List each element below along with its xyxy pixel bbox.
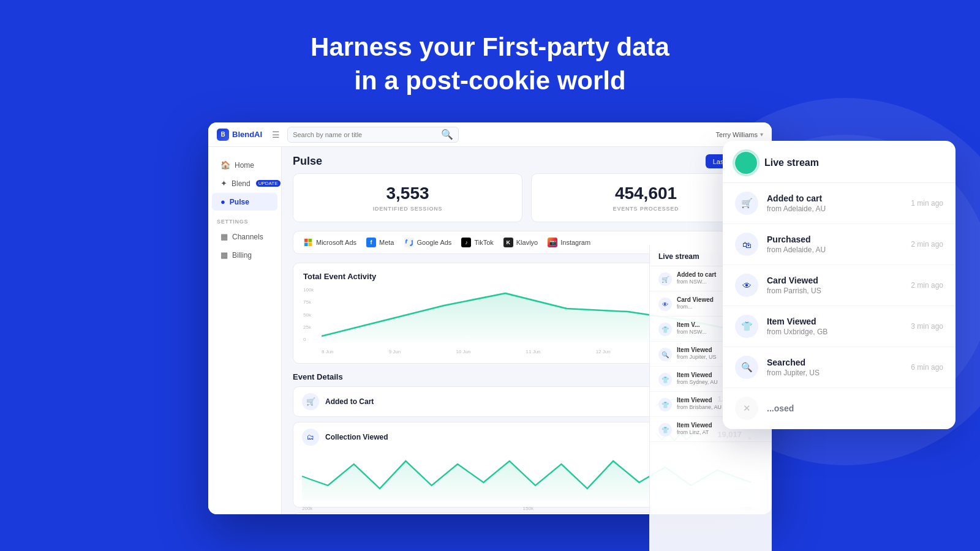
- sidebar: 🏠 Home ✦ Blend UPDATE ● Pulse SETTINGS ▦…: [208, 147, 282, 514]
- lsp-event-1: Added to cart: [767, 193, 902, 203]
- stats-row: 3,553 IDENTIFIED SESSIONS 454,601 EVENTS…: [293, 173, 761, 222]
- lsp-icon-6: ✕: [735, 397, 758, 420]
- integration-tiktok[interactable]: ♪ TikTok: [461, 238, 493, 247]
- sidebar-item-pulse[interactable]: ● Pulse: [212, 193, 277, 211]
- lsp-location-1: from Adelaide, AU: [767, 204, 902, 213]
- search-bar[interactable]: 🔍: [287, 127, 459, 143]
- ls-icon-1: 🛒: [658, 272, 672, 286]
- google-ads-icon: [404, 238, 414, 247]
- chart-x-8jun: 8 Jun: [322, 349, 334, 354]
- instagram-label: Instagram: [560, 239, 590, 246]
- microsoft-ads-label: Microsoft Ads: [316, 239, 356, 246]
- lsp-item-6[interactable]: ✕ ...osed: [723, 388, 956, 429]
- search-input[interactable]: [293, 131, 438, 138]
- lsp-item-2[interactable]: 🛍 Purchased from Adelaide, AU 2 min ago: [723, 224, 956, 265]
- sidebar-label-blend: Blend: [232, 179, 251, 188]
- integration-klaviyo[interactable]: K Klaviyo: [503, 238, 538, 247]
- ls-icon-5: 👕: [658, 373, 672, 386]
- lsp-icon-2: 🛍: [735, 233, 758, 256]
- meta-label: Meta: [379, 239, 394, 246]
- lsp-location-5: from Jupiter, US: [767, 369, 902, 377]
- klaviyo-label: Klaviyo: [516, 239, 538, 246]
- chart-y-0: 0: [303, 337, 320, 342]
- lsp-icon-1: 🛒: [735, 192, 758, 215]
- lsp-info-4: Item Viewed from Uxbridge, GB: [767, 317, 902, 336]
- billing-icon: ▦: [221, 250, 228, 260]
- lsp-location-4: from Uxbridge, GB: [767, 328, 902, 336]
- integration-google-ads[interactable]: Google Ads: [404, 238, 452, 247]
- chart-y-25k: 25k: [303, 324, 320, 330]
- ls-loc-7: from Linz, AT: [677, 429, 731, 435]
- ls-icon-6: 👕: [658, 398, 672, 411]
- ls-icon-4: 🔍: [658, 348, 672, 361]
- exp-chart-y-150k: 150k: [523, 506, 533, 511]
- main-layout: 🏠 Home ✦ Blend UPDATE ● Pulse SETTINGS ▦…: [208, 147, 772, 514]
- search-icon: 🔍: [441, 129, 453, 140]
- integration-instagram[interactable]: 📷 Instagram: [548, 238, 590, 247]
- lsp-info-3: Card Viewed from Parrish, US: [767, 276, 902, 295]
- svg-rect-2: [304, 243, 308, 247]
- sidebar-item-channels[interactable]: ▦ Channels: [212, 228, 277, 246]
- lsp-icon-4: 👕: [735, 315, 758, 338]
- lsp-icon-3: 👁: [735, 274, 758, 297]
- chart-x-9jun: 9 Jun: [389, 349, 401, 354]
- hero-line2: in a post-cookie world: [354, 66, 625, 95]
- lsp-info-1: Added to cart from Adelaide, AU: [767, 193, 902, 213]
- home-icon: 🏠: [221, 160, 230, 170]
- live-stream-popup: Live stream 🛒 Added to cart from Adelaid…: [723, 141, 956, 429]
- add-to-cart-name: Added to Cart: [325, 397, 647, 406]
- meta-icon: f: [366, 238, 376, 247]
- add-to-cart-icon-wrap: 🛒: [302, 393, 319, 410]
- logo: B BlendAI: [217, 129, 262, 141]
- blend-icon: ✦: [221, 179, 227, 188]
- logo-icon: B: [217, 129, 229, 141]
- events-processed-label: EVENTS PROCESSED: [544, 206, 748, 212]
- exp-chart-y-200k: 200k: [302, 506, 312, 511]
- stat-identified-sessions: 3,553 IDENTIFIED SESSIONS: [293, 173, 522, 222]
- lsp-item-1[interactable]: 🛒 Added to cart from Adelaide, AU 1 min …: [723, 183, 956, 224]
- content-header: Pulse Last 7 days ▾: [282, 147, 772, 173]
- identified-sessions-label: IDENTIFIED SESSIONS: [306, 206, 510, 212]
- chart-x-12jun: 12 Jun: [596, 349, 611, 354]
- user-menu-chevron: ▾: [760, 131, 763, 138]
- collection-viewed-name: Collection Viewed: [325, 433, 647, 441]
- sidebar-label-channels: Channels: [232, 233, 263, 241]
- lsp-location-2: from Adelaide, AU: [767, 246, 902, 254]
- lsp-event-2: Purchased: [767, 234, 902, 244]
- lsp-item-4[interactable]: 👕 Item Viewed from Uxbridge, GB 3 min ag…: [723, 306, 956, 347]
- tiktok-label: TikTok: [474, 239, 493, 246]
- lsp-title: Live stream: [764, 157, 819, 168]
- app-window-wrapper: B BlendAI ☰ 🔍 Terry Williams ▾ 🏠 Home: [208, 122, 772, 514]
- lsp-event-3: Card Viewed: [767, 276, 902, 285]
- lsp-time-4: 3 min ago: [911, 322, 943, 331]
- klaviyo-icon: K: [503, 238, 513, 247]
- blend-badge: UPDATE: [256, 180, 281, 187]
- sidebar-item-home[interactable]: 🏠 Home: [212, 156, 277, 174]
- lsp-header: Live stream: [723, 141, 956, 183]
- lsp-item-5[interactable]: 🔍 Searched from Jupiter, US 6 min ago: [723, 347, 956, 388]
- lsp-icon-5: 🔍: [735, 356, 758, 379]
- lsp-info-2: Purchased from Adelaide, AU: [767, 234, 902, 254]
- integration-microsoft-ads[interactable]: Microsoft Ads: [303, 238, 356, 247]
- lsp-info-5: Searched from Jupiter, US: [767, 358, 902, 377]
- ls-icon-7: 👕: [658, 423, 672, 437]
- chart-y-50k: 50k: [303, 312, 320, 318]
- svg-rect-1: [309, 239, 312, 242]
- hamburger-icon[interactable]: ☰: [272, 130, 280, 140]
- identified-sessions-value: 3,553: [306, 184, 510, 203]
- lsp-time-5: 6 min ago: [911, 363, 943, 372]
- sidebar-item-blend[interactable]: ✦ Blend UPDATE: [212, 174, 277, 192]
- lsp-event-6: ...osed: [767, 403, 943, 413]
- chart-y-100k: 100k: [303, 287, 320, 293]
- instagram-icon: 📷: [548, 238, 557, 247]
- hero-line1: Harness your First-party data: [311, 32, 669, 61]
- user-menu[interactable]: Terry Williams ▾: [716, 131, 763, 138]
- sidebar-item-billing[interactable]: ▦ Billing: [212, 246, 277, 264]
- lsp-live-indicator: [735, 152, 757, 174]
- lsp-time-2: 2 min ago: [911, 240, 943, 249]
- lsp-time-1: 1 min ago: [911, 199, 943, 208]
- tiktok-icon: ♪: [461, 238, 471, 247]
- lsp-item-3[interactable]: 👁 Card Viewed from Parrish, US 2 min ago: [723, 265, 956, 306]
- integration-meta[interactable]: f Meta: [366, 238, 394, 247]
- hero-section: Harness your First-party data in a post-…: [0, 0, 980, 97]
